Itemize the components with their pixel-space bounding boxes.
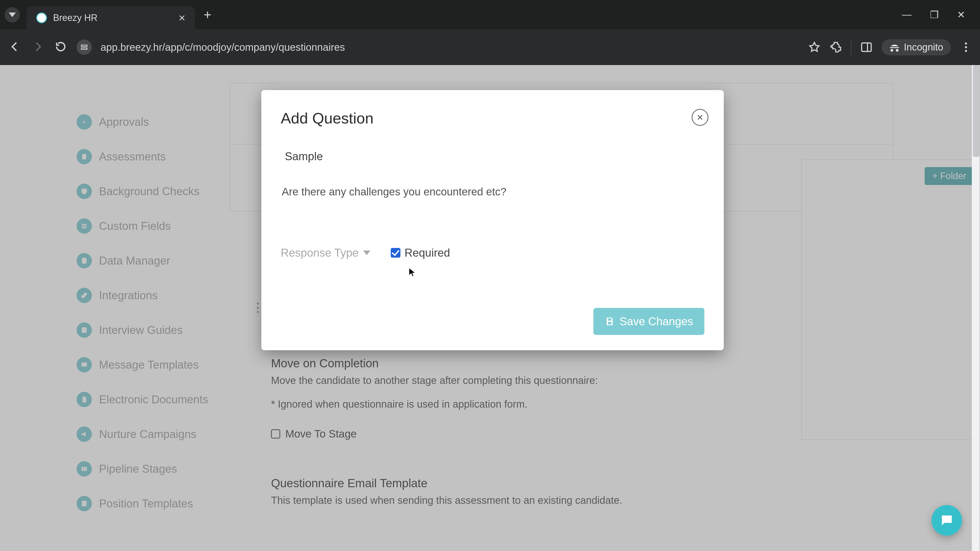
viewport: Approvals Assessments Background Checks …: [0, 65, 980, 551]
maximize-button[interactable]: ❐: [930, 9, 939, 21]
tab-bar: Breezy HR × + — ❐ ✕: [0, 0, 980, 29]
chevron-down-icon: [9, 13, 16, 17]
incognito-label: Incognito: [904, 42, 943, 53]
close-window-button[interactable]: ✕: [957, 9, 965, 21]
browser-chrome: Breezy HR × + — ❐ ✕ app.breezy.hr/app/c/…: [0, 0, 980, 65]
forward-button[interactable]: [30, 41, 45, 54]
kebab-menu-icon[interactable]: [959, 41, 972, 54]
tabs-dropdown[interactable]: [5, 7, 20, 22]
window-controls: — ❐ ✕: [902, 9, 975, 21]
favicon-icon: [36, 13, 47, 23]
bookmark-star-icon[interactable]: [808, 41, 821, 54]
side-panel-icon[interactable]: [860, 41, 873, 54]
chevron-down-icon: [363, 251, 370, 255]
close-icon: [696, 113, 704, 122]
save-button-label: Save Changes: [619, 315, 693, 328]
response-type-dropdown[interactable]: Response Type: [281, 246, 370, 259]
svg-point-5: [965, 42, 967, 44]
modal-title: Add Question: [281, 110, 704, 127]
checkbox-checked-icon: [391, 248, 401, 258]
svg-point-7: [965, 50, 967, 52]
minimize-button[interactable]: —: [902, 9, 912, 21]
tab-title: Breezy HR: [53, 13, 169, 23]
new-tab-button[interactable]: +: [204, 7, 211, 22]
site-info-chip[interactable]: [76, 40, 92, 55]
question-title-input[interactable]: [281, 148, 704, 165]
svg-rect-3: [862, 43, 871, 51]
add-question-modal: Add Question Response Type Required Save…: [261, 90, 724, 350]
svg-point-6: [965, 46, 967, 48]
svg-point-0: [37, 14, 46, 22]
reload-button[interactable]: [54, 41, 68, 54]
browser-tab[interactable]: Breezy HR ×: [27, 6, 195, 29]
chat-widget-button[interactable]: [932, 505, 962, 536]
svg-rect-1: [81, 45, 87, 47]
response-type-label: Response Type: [281, 246, 359, 259]
question-text-input[interactable]: [281, 183, 704, 200]
back-button[interactable]: [8, 41, 22, 54]
chat-icon: [939, 513, 954, 528]
address-bar: app.breezy.hr/app/c/moodjoy/company/ques…: [0, 29, 980, 65]
extensions-icon[interactable]: [829, 41, 842, 54]
cursor-icon: [407, 267, 417, 278]
question-options-row: Response Type Required: [281, 246, 704, 259]
incognito-icon: [889, 42, 900, 52]
url-text[interactable]: app.breezy.hr/app/c/moodjoy/company/ques…: [100, 41, 799, 53]
scrollbar-thumb[interactable]: [973, 65, 980, 157]
incognito-chip[interactable]: Incognito: [881, 39, 951, 56]
tab-close[interactable]: ×: [176, 11, 188, 24]
required-checkbox[interactable]: Required: [391, 246, 450, 259]
svg-rect-2: [81, 48, 87, 49]
save-changes-button[interactable]: Save Changes: [593, 308, 704, 335]
separator: [851, 40, 851, 55]
close-modal-button[interactable]: [692, 109, 708, 126]
required-label: Required: [404, 246, 450, 259]
save-icon: [605, 316, 615, 327]
